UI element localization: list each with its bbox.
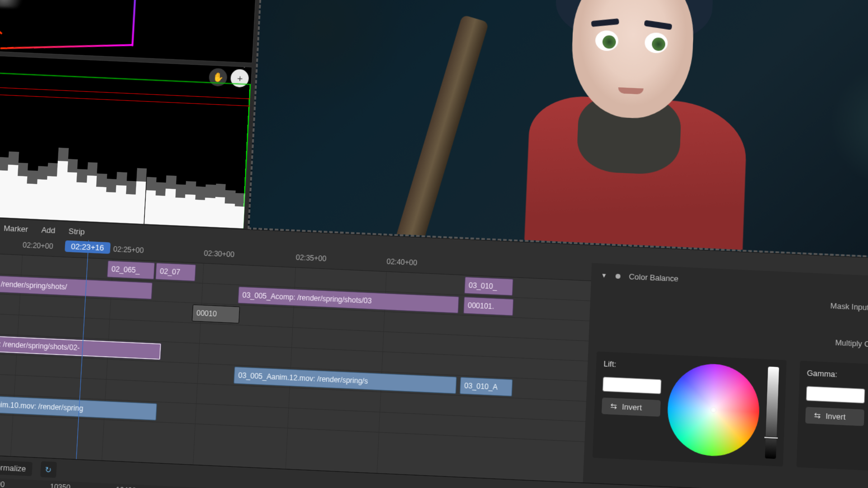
lift-color-swatch[interactable] (603, 377, 662, 394)
preview-viewport[interactable] (248, 0, 868, 263)
gamma-color-swatch[interactable] (806, 386, 865, 403)
graph-tick: 10400 (116, 486, 137, 488)
ruler-tick: 02:20+00 (23, 241, 53, 251)
strip[interactable]: 000101. (463, 297, 514, 316)
ruler-tick: 02:35+00 (296, 253, 326, 263)
panel-title: Color Balance (629, 272, 679, 283)
gamma-invert-button[interactable]: ⇆ Invert (805, 407, 864, 426)
waveform-scope: ⌄ ✋ ＋ (0, 49, 252, 229)
normalize-button[interactable]: ⛶ Normalize (0, 459, 33, 476)
lift-color-wheel[interactable] (666, 362, 761, 458)
strip[interactable]: 02_07 (155, 263, 196, 282)
graph-tick: 10350 (50, 483, 71, 488)
multiply-colors-label: Multiply Colors (835, 338, 868, 349)
menu-strip[interactable]: Strip (66, 225, 88, 238)
mask-input-type-label: Mask Input Type (830, 301, 868, 313)
swap-icon: ⇆ (610, 402, 618, 411)
gamma-box: Gamma: ⇆ Invert (797, 361, 868, 476)
strip[interactable]: 00010 (192, 305, 240, 324)
ruler-tick: 02:25+00 (113, 245, 144, 255)
pan-hand-icon[interactable]: ✋ (208, 68, 227, 86)
strip[interactable]: 02_065_ (107, 260, 155, 279)
refresh-button[interactable]: ↻ (40, 461, 57, 478)
modifier-dot-icon (615, 273, 620, 278)
timeline-tracks[interactable]: 02_065_02_0703_010_02_045_Acomp:02_055_A… (0, 247, 591, 483)
menu-add[interactable]: Add (38, 223, 58, 237)
timeline[interactable]: 02:10+0002:15+0002:20+0002:25+0002:30+00… (0, 229, 592, 483)
vectorscope (0, 0, 260, 63)
properties-panel: ▼ Color Balance Mask Input Type Mask Mul… (583, 263, 868, 488)
strip[interactable]: 03_010_ (464, 277, 514, 296)
menu-marker[interactable]: Marker (1, 222, 31, 236)
ruler-tick: 02:30+00 (204, 249, 235, 259)
lift-box: Lift: ⇆ Invert (593, 352, 787, 467)
gamma-title: Gamma: (807, 368, 865, 383)
swap-icon: ⇆ (814, 411, 821, 420)
lift-value-slider[interactable] (765, 366, 779, 459)
disclosure-triangle-icon[interactable]: ▼ (601, 272, 607, 279)
strip[interactable]: 03_010_A (460, 377, 513, 396)
lift-invert-button[interactable]: ⇆ Invert (602, 398, 661, 417)
ruler-tick: 02:40+00 (387, 257, 417, 267)
graph-tick: 10300 (0, 479, 5, 488)
zoom-plus-icon[interactable]: ＋ (230, 69, 249, 87)
lift-title: Lift: (603, 359, 662, 374)
playhead-badge[interactable]: 02:23+16 (65, 240, 110, 254)
